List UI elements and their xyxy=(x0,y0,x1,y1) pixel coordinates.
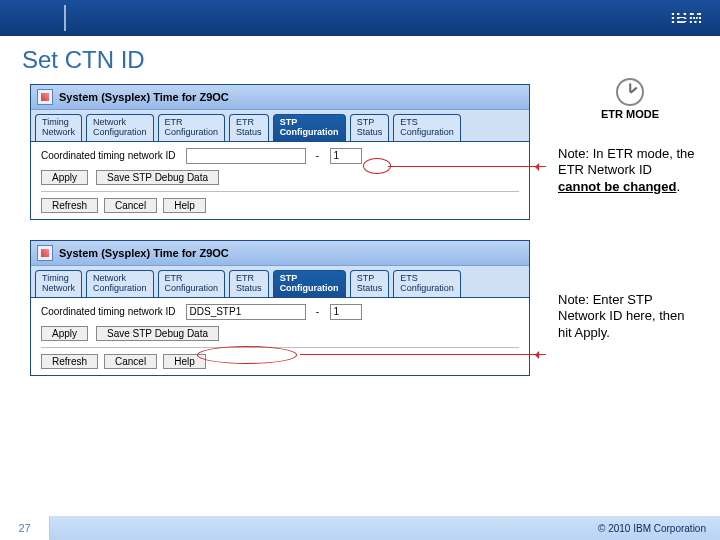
panel-etr-footer: Refresh Cancel Help xyxy=(41,191,519,213)
note-etr-text-a: Note: In ETR mode, the ETR Network ID xyxy=(558,146,695,177)
ctn-id-input-b[interactable] xyxy=(330,148,362,164)
tab-etr-config[interactable]: ETRConfiguration xyxy=(158,270,226,297)
callout-circle-2 xyxy=(197,346,297,364)
save-debug-button[interactable]: Save STP Debug Data xyxy=(96,326,219,341)
ctn-id-input-b[interactable] xyxy=(330,304,362,320)
panel-etr-body: Coordinated timing network ID - Apply Sa… xyxy=(31,142,529,219)
ctn-id-row: Coordinated timing network ID - xyxy=(41,148,519,164)
tab-ets-config[interactable]: ETSConfiguration xyxy=(393,270,461,297)
ibm-logo: IBM xyxy=(670,9,704,27)
ctn-id-label: Coordinated timing network ID xyxy=(41,150,176,161)
panel-icon xyxy=(37,245,53,261)
panel-stp-title: System (Sysplex) Time for Z9OC xyxy=(59,247,229,259)
refresh-button[interactable]: Refresh xyxy=(41,198,98,213)
note-stp: Note: Enter STP Network ID here, then hi… xyxy=(558,292,698,341)
callout-arrow-1 xyxy=(388,166,546,167)
ctn-id-row: Coordinated timing network ID - xyxy=(41,304,519,320)
field-sep: - xyxy=(316,150,320,161)
note-etr: Note: In ETR mode, the ETR Network ID ca… xyxy=(558,146,698,195)
divider xyxy=(64,5,66,31)
tab-stp-config[interactable]: STPConfiguration xyxy=(273,114,346,141)
tab-timing-network[interactable]: TimingNetwork xyxy=(35,270,82,297)
panel-etr-titlebar: System (Sysplex) Time for Z9OC xyxy=(31,85,529,110)
note-etr-text-b: cannot be changed xyxy=(558,179,676,194)
tab-etr-status[interactable]: ETRStatus xyxy=(229,270,269,297)
tab-ets-config[interactable]: ETSConfiguration xyxy=(393,114,461,141)
panel-etr-actions: Apply Save STP Debug Data xyxy=(41,170,519,185)
clock-icon xyxy=(616,78,644,106)
tabs-etr: TimingNetwork NetworkConfiguration ETRCo… xyxy=(31,110,529,142)
slide-title: Set CTN ID xyxy=(0,36,720,80)
ctn-id-input-a[interactable] xyxy=(186,148,306,164)
field-sep: - xyxy=(316,306,320,317)
ctn-id-label: Coordinated timing network ID xyxy=(41,306,176,317)
brand-topbar: IBM xyxy=(0,0,720,36)
cancel-button[interactable]: Cancel xyxy=(104,354,157,369)
panel-icon xyxy=(37,89,53,105)
tab-etr-status[interactable]: ETRStatus xyxy=(229,114,269,141)
content-area: ETR MODE Note: In ETR mode, the ETR Netw… xyxy=(0,84,720,376)
tab-network-config[interactable]: NetworkConfiguration xyxy=(86,114,154,141)
apply-button[interactable]: Apply xyxy=(41,170,88,185)
cancel-button[interactable]: Cancel xyxy=(104,198,157,213)
page-number: 27 xyxy=(0,516,50,540)
panel-stp-titlebar: System (Sysplex) Time for Z9OC xyxy=(31,241,529,266)
panel-stp-body: Coordinated timing network ID - Apply Sa… xyxy=(31,298,529,375)
slide-footer: 27 © 2010 IBM Corporation xyxy=(0,516,720,540)
help-button[interactable]: Help xyxy=(163,198,206,213)
panel-stp-actions: Apply Save STP Debug Data xyxy=(41,326,519,341)
etr-mode-block: ETR MODE xyxy=(560,78,700,122)
ctn-id-input-a[interactable] xyxy=(186,304,306,320)
copyright: © 2010 IBM Corporation xyxy=(598,523,706,534)
tab-etr-config[interactable]: ETRConfiguration xyxy=(158,114,226,141)
panel-etr-title: System (Sysplex) Time for Z9OC xyxy=(59,91,229,103)
panel-etr: System (Sysplex) Time for Z9OC TimingNet… xyxy=(30,84,530,220)
etr-mode-heading: ETR MODE xyxy=(560,108,700,122)
refresh-button[interactable]: Refresh xyxy=(41,354,98,369)
save-debug-button[interactable]: Save STP Debug Data xyxy=(96,170,219,185)
tab-timing-network[interactable]: TimingNetwork xyxy=(35,114,82,141)
callout-circle-1 xyxy=(363,158,391,174)
tab-stp-config[interactable]: STPConfiguration xyxy=(273,270,346,297)
tabs-stp: TimingNetwork NetworkConfiguration ETRCo… xyxy=(31,266,529,298)
callout-arrow-2 xyxy=(300,354,546,355)
note-etr-text-c: . xyxy=(676,179,680,194)
tab-stp-status[interactable]: STPStatus xyxy=(350,270,390,297)
tab-stp-status[interactable]: STPStatus xyxy=(350,114,390,141)
tab-network-config[interactable]: NetworkConfiguration xyxy=(86,270,154,297)
apply-button[interactable]: Apply xyxy=(41,326,88,341)
footer-bar: © 2010 IBM Corporation xyxy=(50,516,720,540)
